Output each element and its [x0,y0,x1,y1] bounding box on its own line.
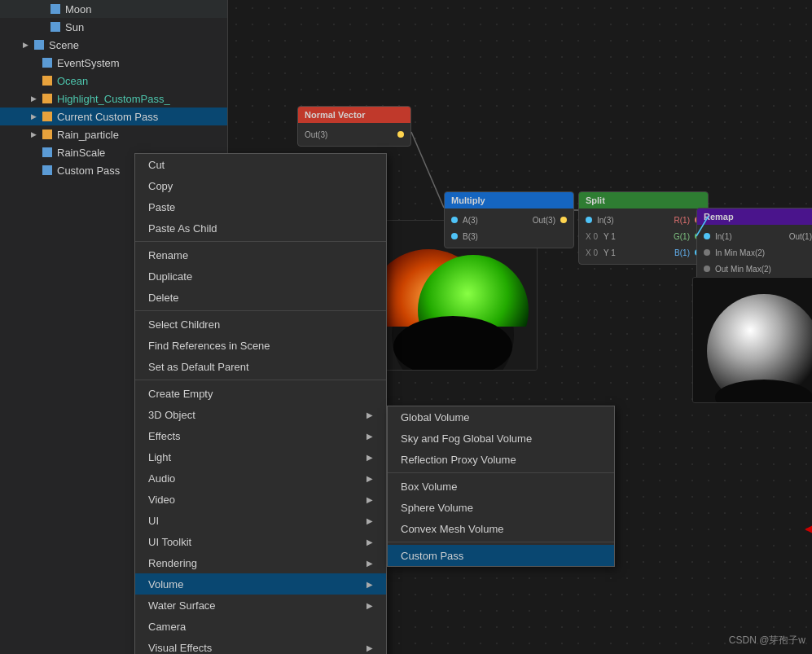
sphere-preview-grey [692,277,812,403]
arrow-icon: ▶ [366,580,373,589]
output-port [560,217,567,223]
submenu-volume: Global Volume Sky and Fog Global Volume … [387,406,615,567]
menu-item-audio[interactable]: Audio▶ [135,467,386,489]
input-port [451,217,458,223]
menu-item-paste[interactable]: Paste [135,196,386,217]
node-row: Out(3) [298,126,410,143]
menu-item-light[interactable]: Light▶ [135,446,386,467]
arrow-icon: ▶ [366,601,373,610]
menu-item-camera[interactable]: Camera [135,616,386,637]
input-port [586,217,592,223]
input-port-2 [704,249,710,256]
hierarchy-item-current-custom-pass[interactable]: ▶ Current Custom Pass [0,108,227,125]
menu-item-cut[interactable]: Cut [135,154,386,175]
current-custom-pass-label: Current Custom Pass [57,111,158,123]
menu-item-delete[interactable]: Delete [135,287,386,308]
menu-separator-3 [135,380,386,380]
cube-icon [33,38,46,51]
arrow-icon: ▶ [366,516,373,525]
arrow-icon: ▶ [366,643,373,652]
menu-item-rendering[interactable]: Rendering▶ [135,552,386,573]
hierarchy-item-highlight-custompass[interactable]: ▶ Highlight_CustomPass_ [0,90,227,108]
submenu-separator-2 [388,542,614,542]
input-port-3 [704,266,710,272]
red-arrow-annotation [798,517,812,542]
sphere-svg-grey [693,278,812,403]
cube-icon [41,128,54,141]
arrow-svg [798,517,812,542]
node-remap-header: Remap [697,208,812,225]
cube-icon [41,146,54,159]
hierarchy-item-scene[interactable]: ▶ Scene [0,36,227,54]
menu-separator-1 [135,241,386,242]
input-port [704,233,710,239]
menu-item-select-children[interactable]: Select Children [135,314,386,335]
input-port [451,233,458,239]
arrow-icon: ▶ [366,559,373,568]
submenu-item-sky-fog[interactable]: Sky and Fog Global Volume [388,428,614,449]
submenu-item-global-volume[interactable]: Global Volume [388,406,614,428]
cube-icon [49,2,62,15]
cube-icon [41,74,54,87]
menu-item-copy[interactable]: Copy [135,175,386,196]
menu-item-3d-object[interactable]: 3D Object▶ [135,404,386,425]
hierarchy-item-moon[interactable]: Moon [0,0,227,18]
arrow-icon: ▶ [366,495,373,504]
menu-item-volume[interactable]: Volume▶ [135,573,386,595]
output-port [397,131,404,138]
menu-item-set-default-parent[interactable]: Set as Default Parent [135,356,386,377]
cube-icon [41,92,54,105]
arrow-icon: ▶ [366,432,373,441]
node-multiply-header: Multiply [445,192,573,208]
arrow-icon: ▶ [366,410,373,419]
context-menu: Cut Copy Paste Paste As Child Rename Dup… [134,153,387,654]
node-split: Split In(3) R(1) X 0 Y 1 G(1) X 0 Y 1 B(… [578,191,709,265]
submenu-item-reflection-proxy[interactable]: Reflection Proxy Volume [388,449,614,470]
node-multiply: Multiply A(3) Out(3) B(3) [444,191,574,248]
submenu-item-sphere-volume[interactable]: Sphere Volume [388,497,614,518]
hierarchy-item-sun[interactable]: Sun [0,18,227,36]
hierarchy-item-eventsystem[interactable]: EventSystem [0,54,227,72]
arrow-icon: ▶ [366,474,373,483]
hierarchy-item-rain-particle[interactable]: ▶ Rain_particle [0,125,227,143]
menu-item-paste-as-child[interactable]: Paste As Child [135,217,386,239]
menu-item-effects[interactable]: Effects▶ [135,425,386,446]
submenu-item-custom-pass[interactable]: Custom Pass [388,545,614,566]
arrow-icon: ▶ [366,538,373,546]
arrow-icon: ▶ [366,453,373,462]
menu-item-create-empty[interactable]: Create Empty [135,383,386,404]
submenu-item-box-volume[interactable]: Box Volume [388,476,614,497]
svg-line-10 [411,132,444,208]
menu-item-rename[interactable]: Rename [135,244,386,266]
menu-item-water-surface[interactable]: Water Surface▶ [135,595,386,616]
cube-icon [41,56,54,69]
cube-icon [49,20,62,33]
cube-icon [41,110,54,123]
node-normal-vector-header: Normal Vector [298,107,410,123]
menu-item-ui[interactable]: UI▶ [135,510,386,531]
menu-item-find-references[interactable]: Find References in Scene [135,335,386,356]
hierarchy-item-ocean[interactable]: Ocean [0,72,227,90]
submenu-item-convex-mesh[interactable]: Convex Mesh Volume [388,518,614,539]
menu-item-duplicate[interactable]: Duplicate [135,266,386,287]
submenu-separator-1 [388,472,614,473]
menu-item-video[interactable]: Video▶ [135,489,386,510]
node-remap: Remap In(1) Out(1) In Min Max(2) Out Min… [696,208,812,281]
menu-item-visual-effects[interactable]: Visual Effects▶ [135,637,386,654]
cube-icon [41,164,54,177]
node-split-header: Split [579,192,708,208]
menu-separator-2 [135,310,386,311]
node-normal-vector: Normal Vector Out(3) [297,106,411,147]
svg-marker-14 [805,525,812,533]
watermark: CSDN @芽孢子w [729,634,805,647]
menu-item-ui-toolkit[interactable]: UI Toolkit▶ [135,531,386,552]
